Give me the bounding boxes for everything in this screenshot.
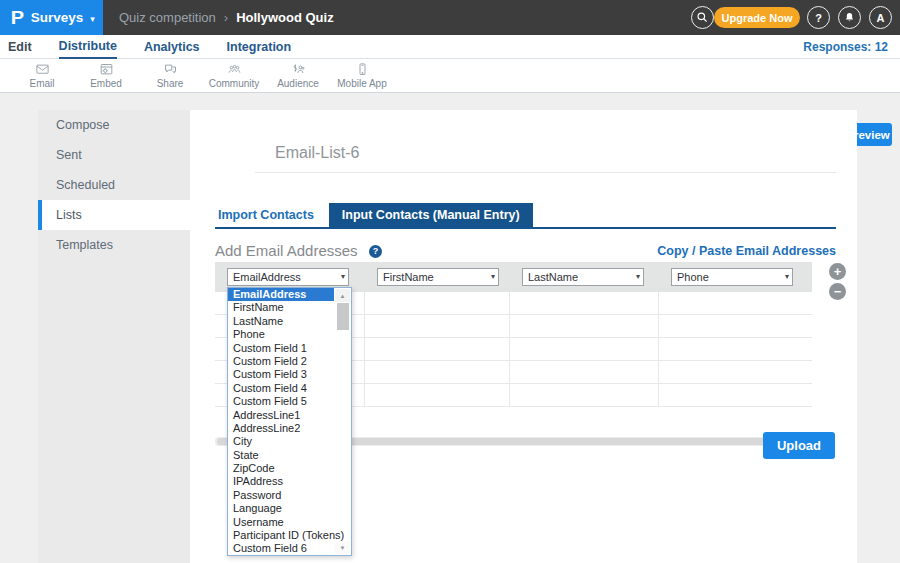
sidebar-item-compose[interactable]: Compose <box>38 110 190 140</box>
upgrade-now-button[interactable]: Upgrade Now <box>714 7 800 28</box>
table-cell[interactable] <box>510 384 659 406</box>
help-button[interactable]: ? <box>807 6 830 29</box>
table-cell[interactable] <box>365 292 510 314</box>
mobile-app-icon <box>354 62 371 77</box>
field-select-email-address[interactable]: EmailAddress ▾ <box>227 268 349 286</box>
tab-import-contacts[interactable]: Import Contacts <box>215 203 329 227</box>
field-select-value: Phone <box>677 271 709 283</box>
nav-item-integration[interactable]: Integration <box>227 36 292 58</box>
search-button[interactable] <box>691 6 714 29</box>
arrow-down-icon: ▼ <box>340 545 346 551</box>
product-menu-label: Surveys <box>31 10 84 25</box>
dropdown-option[interactable]: Custom Field 6 <box>228 542 350 555</box>
dropdown-option[interactable]: Custom Field 5 <box>228 395 350 408</box>
chevron-down-icon: ▾ <box>491 269 495 285</box>
share-icon <box>162 62 179 77</box>
breadcrumb-separator-icon: › <box>224 10 228 25</box>
help-icon[interactable]: ? <box>369 245 382 258</box>
field-options-dropdown: EmailAddress FirstName LastName Phone Cu… <box>227 287 352 556</box>
distribute-toolbar: Email Embed Share Community <box>0 59 900 93</box>
sidebar-item-lists[interactable]: Lists <box>38 200 190 230</box>
bell-icon <box>843 11 856 24</box>
field-select-value: LastName <box>528 271 578 283</box>
table-cell[interactable] <box>365 384 510 406</box>
add-row-button[interactable]: + <box>829 263 846 280</box>
dropdown-option[interactable]: FirstName <box>228 301 350 314</box>
nav-item-edit[interactable]: Edit <box>8 36 32 58</box>
field-select-last-name[interactable]: LastName ▾ <box>522 268 644 286</box>
questionpro-logo[interactable]: P Surveys ▾ <box>0 0 103 35</box>
arrow-up-icon: ▲ <box>340 293 346 299</box>
toolbar-item-mobile-app[interactable]: Mobile App <box>330 59 394 92</box>
dropdown-option[interactable]: EmailAddress <box>228 288 334 301</box>
toolbar-item-embed[interactable]: Embed <box>74 59 138 92</box>
tab-input-contacts-manual[interactable]: Input Contacts (Manual Entry) <box>329 203 533 227</box>
table-cell[interactable] <box>510 315 659 337</box>
plus-icon: + <box>834 265 842 278</box>
nav-item-distribute[interactable]: Distribute <box>59 35 117 59</box>
toolbar-item-label: Audience <box>277 78 319 89</box>
table-cell[interactable] <box>659 361 812 383</box>
table-cell[interactable] <box>659 292 812 314</box>
sidebar-item-scheduled[interactable]: Scheduled <box>38 170 190 200</box>
toolbar-item-audience[interactable]: Audience <box>266 59 330 92</box>
toolbar-item-community[interactable]: Community <box>202 59 266 92</box>
toolbar-item-email[interactable]: Email <box>10 59 74 92</box>
search-icon <box>696 11 709 24</box>
dropdown-option[interactable]: AddressLine2 <box>228 422 350 435</box>
toolbar-item-label: Embed <box>90 78 122 89</box>
chevron-down-icon: ▾ <box>341 269 345 285</box>
scrollbar-up-arrow[interactable]: ▲ <box>335 289 350 302</box>
field-select-phone[interactable]: Phone ▾ <box>671 268 793 286</box>
breadcrumb: Quiz competition › Hollywood Quiz <box>119 0 334 35</box>
breadcrumb-parent[interactable]: Quiz competition <box>119 10 216 25</box>
table-cell[interactable] <box>510 338 659 360</box>
add-email-section-header: Add Email Addresses ? Copy / Paste Email… <box>215 242 836 260</box>
avatar-initial: A <box>877 12 885 24</box>
dropdown-option[interactable]: Custom Field 2 <box>228 355 350 368</box>
question-icon: ? <box>815 12 822 24</box>
table-cell[interactable] <box>659 384 812 406</box>
upload-button[interactable]: Upload <box>763 432 835 459</box>
table-cell[interactable] <box>365 338 510 360</box>
dropdown-option[interactable]: AddressLine1 <box>228 409 350 422</box>
toolbar-item-label: Share <box>157 78 184 89</box>
dropdown-option[interactable]: Phone <box>228 328 350 341</box>
dropdown-option[interactable]: Custom Field 3 <box>228 368 350 381</box>
remove-row-button[interactable]: − <box>829 283 846 300</box>
scrollbar-thumb[interactable] <box>337 303 349 330</box>
toolbar-item-share[interactable]: Share <box>138 59 202 92</box>
table-cell[interactable] <box>365 315 510 337</box>
survey-nav: Edit Distribute Analytics Integration Re… <box>0 35 900 59</box>
dropdown-option[interactable]: City <box>228 435 350 448</box>
sidebar-item-templates[interactable]: Templates <box>38 230 190 260</box>
table-cell[interactable] <box>659 315 812 337</box>
chevron-down-icon: ▾ <box>90 14 95 24</box>
dropdown-option[interactable]: Custom Field 1 <box>228 342 350 355</box>
scrollbar-down-arrow[interactable]: ▼ <box>335 541 350 554</box>
dropdown-option[interactable]: LastName <box>228 315 350 328</box>
embed-icon <box>98 62 115 77</box>
toolbar-item-label: Email <box>29 78 54 89</box>
avatar[interactable]: A <box>869 6 892 29</box>
sidebar-item-sent[interactable]: Sent <box>38 140 190 170</box>
audience-icon <box>290 62 307 77</box>
field-select-value: FirstName <box>383 271 434 283</box>
table-cell[interactable] <box>510 361 659 383</box>
dropdown-option[interactable]: Language <box>228 502 350 515</box>
nav-item-analytics[interactable]: Analytics <box>144 36 200 58</box>
dropdown-option[interactable]: Custom Field 4 <box>228 382 350 395</box>
dropdown-option[interactable]: Password <box>228 489 350 502</box>
dropdown-option[interactable]: Username <box>228 516 350 529</box>
table-cell[interactable] <box>365 361 510 383</box>
notifications-button[interactable] <box>838 6 861 29</box>
field-select-first-name[interactable]: FirstName ▾ <box>377 268 499 286</box>
table-cell[interactable] <box>659 338 812 360</box>
copy-paste-link[interactable]: Copy / Paste Email Addresses <box>657 244 836 258</box>
dropdown-option[interactable]: ZipCode <box>228 462 350 475</box>
dropdown-option[interactable]: IPAddress <box>228 475 350 488</box>
dropdown-option[interactable]: State <box>228 449 350 462</box>
responses-count[interactable]: Responses: 12 <box>803 35 888 59</box>
table-cell[interactable] <box>510 292 659 314</box>
dropdown-option[interactable]: Participant ID (Tokens) <box>228 529 350 542</box>
